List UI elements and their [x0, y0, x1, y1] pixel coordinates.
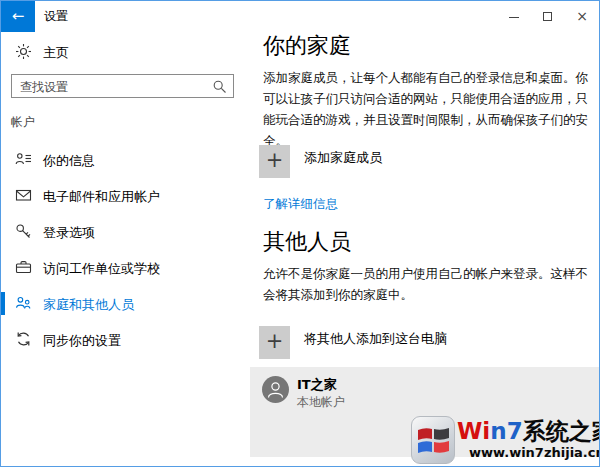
watermark-brand-text: Win7系统之家	[457, 416, 600, 447]
maximize-button[interactable]	[531, 1, 565, 32]
brand-red-part: Wi	[457, 418, 490, 444]
brand-blue-part: n7	[490, 418, 522, 444]
close-icon: ×	[565, 1, 599, 32]
close-button[interactable]: ×	[565, 1, 599, 32]
user-info-icon	[15, 151, 32, 167]
add-family-member-label[interactable]: 添加家庭成员	[304, 149, 382, 167]
learn-more-link[interactable]: 了解详细信息	[263, 196, 338, 213]
user-account-type: 本地帐户	[297, 394, 345, 411]
people-icon	[15, 295, 32, 311]
windows-flag-icon	[411, 416, 455, 464]
back-button[interactable]: ←	[1, 1, 35, 32]
gear-icon	[15, 43, 32, 60]
family-description: 添加家庭成员，让每个人都能有自己的登录信息和桌面。你可以让孩子们只访问合适的网站…	[263, 67, 595, 151]
minimize-icon	[509, 17, 519, 18]
search-placeholder: 查找设置	[20, 79, 68, 96]
plus-icon: +	[259, 326, 290, 359]
maximize-icon	[543, 12, 552, 21]
add-someone-else-label[interactable]: 将其他人添加到这台电脑	[304, 330, 447, 348]
user-name: IT之家	[297, 376, 337, 394]
window-title: 设置	[44, 8, 68, 25]
selection-accent-bar	[1, 292, 5, 315]
back-arrow-icon: ←	[12, 7, 25, 25]
avatar	[262, 376, 289, 403]
settings-window: ← 设置 × 主页 查找设置	[0, 0, 600, 467]
sidebar-item-home[interactable]: 主页	[1, 37, 241, 67]
add-someone-else-button[interactable]: +	[259, 326, 290, 359]
briefcase-icon	[15, 259, 32, 275]
brand-black-part: 系统之家	[523, 418, 600, 444]
sidebar-section-accounts: 帐户	[11, 114, 35, 131]
search-icon[interactable]	[212, 79, 227, 94]
sidebar-item-label: 电子邮件和应用帐户	[43, 188, 160, 206]
sidebar-item-sync-settings[interactable]: 同步你的设置	[1, 321, 241, 357]
section-title-your-family: 你的家庭	[263, 31, 351, 61]
win7zhijia-watermark: Win7系统之家 www.win7zhijia.cn	[411, 414, 599, 466]
sidebar-item-label: 主页	[43, 44, 69, 62]
plus-icon: +	[259, 145, 290, 178]
sidebar-item-work-school[interactable]: 访问工作单位或学校	[1, 249, 241, 285]
sidebar-item-label: 登录选项	[43, 224, 95, 242]
section-title-other-people: 其他人员	[263, 227, 351, 257]
email-icon	[15, 187, 32, 203]
sidebar-item-label: 访问工作单位或学校	[43, 260, 160, 278]
sidebar-item-family-other-people[interactable]: 家庭和其他人员	[1, 285, 241, 321]
sidebar-item-label: 家庭和其他人员	[43, 296, 134, 314]
minimize-button[interactable]	[497, 1, 531, 32]
sidebar-item-email-accounts[interactable]: 电子邮件和应用帐户	[1, 177, 241, 213]
sidebar-item-your-info[interactable]: 你的信息	[1, 141, 241, 177]
add-family-member-button[interactable]: +	[259, 145, 290, 178]
sidebar-item-label: 你的信息	[43, 152, 95, 170]
watermark-url: www.win7zhijia.cn	[469, 445, 600, 460]
sidebar-item-signin-options[interactable]: 登录选项	[1, 213, 241, 249]
search-input[interactable]: 查找设置	[11, 74, 234, 98]
key-icon	[15, 223, 32, 239]
sidebar-item-label: 同步你的设置	[43, 332, 121, 350]
others-description: 允许不是你家庭一员的用户使用自己的帐户来登录。这样不会将其添加到你的家庭中。	[263, 263, 595, 305]
sync-icon	[15, 331, 32, 347]
